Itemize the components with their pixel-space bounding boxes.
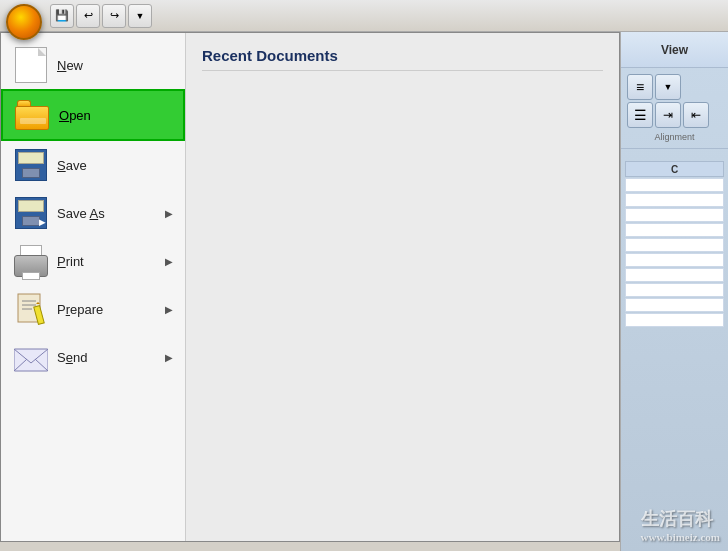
- save-label: Save: [57, 158, 87, 173]
- svg-rect-6: [14, 349, 48, 371]
- office-orb-button[interactable]: [6, 4, 42, 40]
- ribbon-btn-dropdown[interactable]: ▼: [655, 74, 681, 100]
- floppy-window-2: [22, 216, 40, 226]
- orb-logo: [14, 12, 34, 32]
- printer-output: [22, 272, 40, 280]
- grid-preview: C: [621, 157, 728, 331]
- undo-toolbar-button[interactable]: ↩: [76, 4, 100, 28]
- prepare-arrow-icon: ▶: [165, 304, 173, 315]
- redo-toolbar-button[interactable]: ↪: [102, 4, 126, 28]
- menu-item-print[interactable]: Print ▶: [1, 237, 185, 285]
- send-label: Send: [57, 350, 87, 365]
- menu-item-open[interactable]: Open: [1, 89, 185, 141]
- orb-q1: [14, 12, 23, 21]
- save-as-arrow: ▶: [39, 218, 45, 227]
- save-toolbar-button[interactable]: 💾: [50, 4, 74, 28]
- printer-icon: [14, 245, 48, 277]
- open-label: Open: [59, 108, 91, 123]
- menu-left-panel: New Open: [1, 33, 186, 541]
- floppy-label: [18, 152, 44, 164]
- ribbon-btn-1[interactable]: ≡: [627, 74, 653, 100]
- prepare-icon: [13, 291, 49, 327]
- floppy-disk-arrow-icon: ▶: [15, 197, 47, 229]
- menu-item-send[interactable]: Send ▶: [1, 333, 185, 381]
- quick-access-dropdown[interactable]: ▼: [128, 4, 152, 28]
- new-label: New: [57, 58, 83, 73]
- ribbon-panel: View ≡ ▼ ☰ ⇥ ⇤ Alignment C: [620, 32, 728, 551]
- save-as-arrow-icon: ▶: [165, 208, 173, 219]
- folder-body: [15, 106, 49, 130]
- floppy-disk-icon: [15, 149, 47, 181]
- save-as-label: Save As: [57, 206, 105, 221]
- send-icon: [13, 339, 49, 375]
- ribbon-btn-3[interactable]: ⇥: [655, 102, 681, 128]
- menu-item-prepare[interactable]: Prepare ▶: [1, 285, 185, 333]
- alignment-label: Alignment: [627, 132, 722, 142]
- menu-item-save[interactable]: Save: [1, 141, 185, 189]
- orb-q3: [14, 23, 23, 32]
- ribbon-button-row-2: ☰ ⇥ ⇤: [627, 102, 722, 128]
- watermark-text: 生活百科: [641, 507, 720, 531]
- print-label: Print: [57, 254, 84, 269]
- save-as-icon: ▶: [13, 195, 49, 231]
- watermark: 生活百科 www.bimeiz.com: [641, 507, 720, 543]
- new-file-icon: [15, 47, 47, 83]
- prepare-svg-icon: [14, 292, 48, 326]
- view-tab[interactable]: View: [621, 32, 728, 68]
- recent-documents-title: Recent Documents: [202, 47, 603, 71]
- floppy-window: [22, 168, 40, 178]
- menu-item-save-as[interactable]: ▶ Save As ▶: [1, 189, 185, 237]
- folder-icon: [15, 100, 51, 130]
- prepare-label: Prepare: [57, 302, 103, 317]
- orb-q4: [25, 23, 34, 32]
- open-folder-icon: [15, 97, 51, 133]
- folder-shine: [20, 118, 46, 124]
- view-tab-label: View: [661, 43, 688, 57]
- floppy-label-2: [18, 200, 44, 212]
- ribbon-button-row-1: ≡ ▼: [627, 74, 722, 100]
- new-document-icon: [13, 47, 49, 83]
- print-arrow-icon: ▶: [165, 256, 173, 267]
- print-icon: [13, 243, 49, 279]
- ribbon-btn-2[interactable]: ☰: [627, 102, 653, 128]
- quick-access-toolbar: 💾 ↩ ↪ ▼: [0, 0, 728, 32]
- orb-q2: [25, 12, 34, 21]
- watermark-url: www.bimeiz.com: [641, 531, 720, 543]
- ribbon-section-1: ≡ ▼ ☰ ⇥ ⇤ Alignment: [621, 68, 728, 149]
- office-menu-dropdown: New Open: [0, 32, 620, 542]
- menu-item-new[interactable]: New: [1, 41, 185, 89]
- send-svg-icon: [14, 341, 48, 373]
- recent-documents-panel: Recent Documents: [186, 33, 619, 541]
- save-icon: [13, 147, 49, 183]
- ribbon-btn-4[interactable]: ⇤: [683, 102, 709, 128]
- send-arrow-icon: ▶: [165, 352, 173, 363]
